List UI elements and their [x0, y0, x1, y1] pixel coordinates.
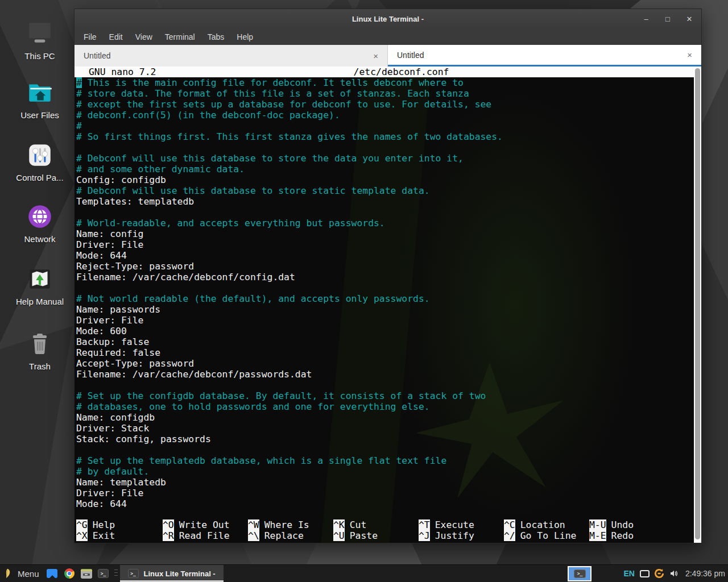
shortcut-label: Paste: [350, 530, 378, 541]
shortcut-write-out: ^OWrite Out: [163, 519, 248, 530]
shortcut-key: ^W: [248, 519, 259, 530]
clock[interactable]: 2:49:36 pm: [685, 569, 725, 578]
menu-edit[interactable]: Edit: [109, 32, 123, 41]
nano-line: Filename: /var/cache/debconf/passwords.d…: [76, 369, 692, 380]
menu-terminal[interactable]: Terminal: [165, 32, 195, 41]
launcher-desktop[interactable]: [44, 565, 61, 582]
taskbar-left: Menu >_ >_ Linux Lite Terminal -: [0, 565, 224, 582]
trash-icon: [26, 330, 54, 358]
desktop-icon-label: Help Manual: [16, 297, 64, 306]
nano-line: Name: configdb: [76, 412, 692, 423]
task-button-terminal[interactable]: >_ Linux Lite Terminal -: [120, 565, 224, 582]
launcher-file-manager[interactable]: [78, 565, 95, 582]
titlebar[interactable]: Linux Lite Terminal - – □ ✕: [75, 9, 701, 29]
nano-line: # and some other dynamic data.: [76, 164, 692, 174]
menu-help[interactable]: Help: [237, 32, 253, 41]
nano-line: Name: passwords: [76, 304, 692, 315]
nano-line: [76, 207, 692, 218]
nano-line: Driver: File: [76, 315, 692, 326]
window-title: Linux Lite Terminal -: [75, 15, 701, 23]
menubar: File Edit View Terminal Tabs Help: [75, 29, 701, 45]
scrollbar-thumb[interactable]: [695, 68, 700, 539]
tab-close-icon[interactable]: ×: [373, 51, 378, 61]
nano-line: Driver: File: [76, 239, 692, 250]
keyboard-layout-indicator[interactable]: EN: [623, 569, 634, 578]
nano-line: # Debconf will use this database to stor…: [76, 153, 692, 164]
nano-line: # Debconf will use this database to stor…: [76, 185, 692, 196]
shortcut-label: Go To Line: [520, 530, 577, 541]
minimize-button[interactable]: –: [642, 15, 650, 23]
close-button[interactable]: ✕: [685, 15, 693, 23]
nano-line: # by default.: [76, 466, 692, 477]
desktop-icon-this-pc[interactable]: This PC: [0, 19, 80, 61]
nano-line: # This is the main config file for debco…: [76, 77, 692, 88]
nano-line: [76, 282, 692, 293]
shortcut-label: Read File: [179, 530, 230, 541]
volume-tray-icon[interactable]: [669, 569, 679, 578]
launcher-browser[interactable]: [61, 565, 78, 582]
shortcut-cut: ^KCut: [333, 519, 419, 530]
taskbar: Menu >_ >_ Linux Lite Terminal - >_ EN 2…: [0, 564, 728, 582]
desktop-icon-label: Control Pa...: [16, 173, 63, 182]
file-manager-icon: [81, 569, 92, 579]
nano-line: Config: configdb: [76, 174, 692, 185]
display-tray-icon[interactable]: [640, 570, 650, 577]
shortcut-undo: M-UUndo: [589, 519, 692, 530]
nano-line: # World-readable, and accepts everything…: [76, 218, 692, 228]
tab-close-icon[interactable]: ×: [687, 50, 692, 60]
shortcut-where-is: ^WWhere Is: [248, 519, 333, 530]
window-controls: – □ ✕: [642, 9, 693, 29]
globe-icon: [26, 202, 54, 231]
shortcut-label: Write Out: [179, 519, 230, 530]
tab-untitled-2[interactable]: Untitled ×: [388, 45, 701, 66]
shortcut-justify: ^JJustify: [419, 530, 504, 541]
nano-line: Mode: 644: [76, 498, 692, 509]
shortcut-key: ^/: [504, 530, 515, 541]
menu-file[interactable]: File: [84, 32, 97, 41]
desktop-pager-icon: [47, 569, 57, 578]
manual-map-icon: [26, 265, 54, 293]
nano-line: Driver: Stack: [76, 423, 692, 434]
desktop-icon-trash[interactable]: Trash: [0, 330, 80, 371]
desktop-icon-network[interactable]: Network: [0, 202, 80, 244]
terminal-icon: >_: [98, 569, 109, 578]
shortcut-label: Location: [520, 519, 565, 530]
desktop-icon-label: Trash: [29, 361, 51, 371]
shortcut-key: M-E: [589, 530, 606, 541]
desktop-icon-label: User Files: [20, 110, 59, 120]
nano-line: Backup: false: [76, 336, 692, 347]
shortcut-exit: ^XExit: [76, 530, 163, 541]
desktop-icon-control-panel[interactable]: Control Pa...: [0, 141, 80, 182]
shortcut-label: Redo: [611, 530, 634, 541]
nano-line: [76, 380, 692, 390]
terminal-icon: >_: [128, 569, 139, 578]
nano-line: Mode: 644: [76, 250, 692, 261]
nano-line: Filename: /var/cache/debconf/config.dat: [76, 272, 692, 282]
taskbar-tray: >_ EN 2:49:36 pm: [568, 565, 728, 582]
nano-line: # Set up the templatedb database, which …: [76, 455, 692, 466]
desktop-icon-user-files[interactable]: User Files: [0, 78, 80, 120]
nano-line: Driver: File: [76, 488, 692, 498]
taskbar-separator: [114, 569, 118, 577]
tab-untitled-1[interactable]: Untitled ×: [75, 45, 388, 66]
nano-line: Accept-Type: password: [76, 358, 692, 369]
maximize-button[interactable]: □: [664, 15, 672, 23]
tab-label: Untitled: [84, 51, 110, 60]
menu-view[interactable]: View: [135, 32, 152, 41]
nano-line: Templates: templatedb: [76, 196, 692, 207]
desktop-icon-help-manual[interactable]: Help Manual: [0, 265, 80, 306]
nano-line: [76, 142, 692, 153]
update-tray-icon[interactable]: [653, 568, 665, 579]
menu-button[interactable]: Menu: [0, 565, 44, 582]
menu-tabs[interactable]: Tabs: [208, 32, 225, 41]
shortcut-replace: ^\Replace: [248, 530, 333, 541]
nano-line-text: This is the main config file for debconf…: [82, 77, 464, 88]
nano-line: # So first things first. This first stan…: [76, 131, 692, 142]
workspace-pager[interactable]: >_: [568, 566, 592, 581]
nano-buffer: # This is the main config file for debco…: [76, 77, 692, 509]
tab-bar: Untitled × Untitled ×: [75, 45, 701, 66]
scrollbar[interactable]: [694, 66, 701, 543]
linux-lite-logo-icon: [3, 567, 14, 580]
launcher-terminal[interactable]: >_: [95, 565, 112, 582]
terminal-view[interactable]: GNU nano 7.2 /etc/debconf.conf # This is…: [75, 66, 701, 543]
